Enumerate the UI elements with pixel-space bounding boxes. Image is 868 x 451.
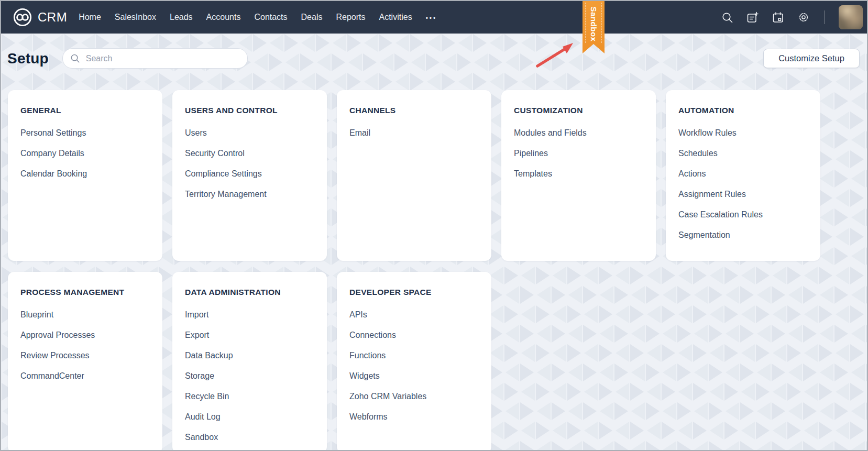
setup-link-actions[interactable]: Actions — [678, 163, 808, 184]
create-record-icon[interactable] — [746, 12, 759, 24]
setup-link-recycle-bin[interactable]: Recycle Bin — [185, 386, 314, 406]
setup-link-approval-processes[interactable]: Approval Processes — [20, 325, 150, 345]
setup-link-connections[interactable]: Connections — [349, 325, 479, 345]
setup-link-users[interactable]: Users — [185, 123, 314, 143]
customize-setup-button[interactable]: Customize Setup — [763, 49, 860, 68]
card-process-management: PROCESS MANAGEMENT BlueprintApproval Pro… — [8, 272, 162, 451]
card-items: ImportExportData BackupStorageRecycle Bi… — [185, 304, 314, 447]
main-nav: HomeSalesInboxLeadsAccountsContactsDeals… — [79, 13, 412, 22]
avatar-photo — [839, 5, 863, 29]
card-developer-space: DEVELOPER SPACE APIsConnectionsFunctions… — [337, 272, 491, 451]
topbar: CRM HomeSalesInboxLeadsAccountsContactsD… — [1, 1, 867, 34]
ribbon-stitch — [601, 3, 602, 43]
user-avatar[interactable] — [839, 5, 863, 29]
setup-link-compliance-settings[interactable]: Compliance Settings — [185, 163, 314, 184]
logo-text: CRM — [38, 10, 67, 25]
card-general: GENERAL Personal SettingsCompany Details… — [8, 90, 162, 261]
setup-link-territory-management[interactable]: Territory Management — [185, 184, 314, 204]
setup-link-functions[interactable]: Functions — [349, 345, 479, 366]
setup-link-export[interactable]: Export — [185, 325, 314, 345]
card-title: AUTOMATION — [678, 105, 808, 116]
nav-item-activities[interactable]: Activities — [379, 13, 412, 22]
card-title: PROCESS MANAGEMENT — [20, 287, 150, 298]
search-icon[interactable] — [721, 12, 733, 24]
setup-link-modules-and-fields[interactable]: Modules and Fields — [514, 123, 643, 143]
setup-search — [62, 48, 248, 69]
more-icon[interactable]: ••• — [426, 13, 437, 21]
settings-icon[interactable] — [797, 11, 810, 24]
setup-link-security-control[interactable]: Security Control — [185, 143, 314, 163]
card-data-administration: DATA ADMINISTRATION ImportExportData Bac… — [172, 272, 327, 451]
zoho-crm-logo[interactable]: CRM — [13, 7, 67, 27]
setup-link-data-backup[interactable]: Data Backup — [185, 345, 314, 366]
zoho-logo-icon — [13, 7, 32, 27]
setup-content: Setup Customize Setup GENERAL Personal S… — [1, 48, 867, 451]
setup-link-import[interactable]: Import — [185, 304, 314, 325]
ribbon-stitch — [585, 3, 586, 43]
setup-link-apis[interactable]: APIs — [349, 304, 479, 325]
sandbox-ribbon-label: Sandbox — [589, 7, 598, 42]
setup-link-storage[interactable]: Storage — [185, 366, 314, 386]
card-items: Workflow RulesSchedulesActionsAssignment… — [678, 123, 808, 245]
setup-link-commandcenter[interactable]: CommandCenter — [20, 366, 150, 386]
setup-cards-grid: GENERAL Personal SettingsCompany Details… — [8, 90, 867, 451]
crm-setup-page: CRM HomeSalesInboxLeadsAccountsContactsD… — [0, 0, 868, 451]
nav-item-deals[interactable]: Deals — [301, 13, 323, 22]
card-items: UsersSecurity ControlCompliance Settings… — [185, 123, 314, 204]
calendar-icon[interactable] — [772, 12, 784, 24]
card-title: CHANNELS — [349, 105, 479, 116]
setup-link-assignment-rules[interactable]: Assignment Rules — [678, 184, 808, 204]
setup-link-sandbox[interactable]: Sandbox — [185, 427, 314, 447]
setup-link-personal-settings[interactable]: Personal Settings — [20, 123, 150, 143]
search-input[interactable] — [62, 48, 248, 69]
card-channels: CHANNELS Email — [337, 90, 491, 261]
topbar-icons — [721, 5, 863, 29]
nav-item-leads[interactable]: Leads — [170, 13, 193, 22]
card-customization: CUSTOMIZATION Modules and FieldsPipeline… — [501, 90, 656, 261]
setup-link-webforms[interactable]: Webforms — [349, 406, 479, 427]
card-title: GENERAL — [20, 105, 150, 116]
setup-link-review-processes[interactable]: Review Processes — [20, 345, 150, 366]
topbar-divider — [824, 10, 825, 24]
card-title: DEVELOPER SPACE — [349, 287, 479, 298]
search-icon — [70, 53, 80, 63]
setup-link-calendar-booking[interactable]: Calendar Booking — [20, 163, 150, 184]
setup-link-widgets[interactable]: Widgets — [349, 366, 479, 386]
card-items: Modules and FieldsPipelinesTemplates — [514, 123, 643, 184]
nav-item-reports[interactable]: Reports — [336, 13, 365, 22]
setup-link-case-escalation-rules[interactable]: Case Escalation Rules — [678, 204, 808, 225]
card-items: Personal SettingsCompany DetailsCalendar… — [20, 123, 150, 184]
setup-link-zoho-crm-variables[interactable]: Zoho CRM Variables — [349, 386, 479, 406]
card-title: DATA ADMINISTRATION — [185, 287, 314, 298]
setup-link-schedules[interactable]: Schedules — [678, 143, 808, 163]
setup-link-blueprint[interactable]: Blueprint — [20, 304, 150, 325]
nav-item-salesinbox[interactable]: SalesInbox — [115, 13, 156, 22]
nav-item-home[interactable]: Home — [79, 13, 101, 22]
setup-link-templates[interactable]: Templates — [514, 163, 643, 184]
setup-link-segmentation[interactable]: Segmentation — [678, 225, 808, 245]
card-items: Email — [349, 123, 479, 143]
setup-header: Setup Customize Setup — [7, 48, 860, 69]
setup-link-pipelines[interactable]: Pipelines — [514, 143, 643, 163]
card-automation: AUTOMATION Workflow RulesSchedulesAction… — [666, 90, 820, 261]
setup-link-workflow-rules[interactable]: Workflow Rules — [678, 123, 808, 143]
card-title: CUSTOMIZATION — [514, 105, 643, 116]
card-items: BlueprintApproval ProcessesReview Proces… — [20, 304, 150, 386]
card-items: APIsConnectionsFunctionsWidgetsZoho CRM … — [349, 304, 479, 427]
setup-link-email[interactable]: Email — [349, 123, 479, 143]
card-title: USERS AND CONTROL — [185, 105, 314, 116]
setup-link-company-details[interactable]: Company Details — [20, 143, 150, 163]
setup-link-audit-log[interactable]: Audit Log — [185, 406, 314, 427]
page-title: Setup — [7, 50, 49, 67]
card-users-and-control: USERS AND CONTROL UsersSecurity ControlC… — [172, 90, 327, 261]
nav-item-accounts[interactable]: Accounts — [206, 13, 241, 22]
nav-item-contacts[interactable]: Contacts — [254, 13, 287, 22]
